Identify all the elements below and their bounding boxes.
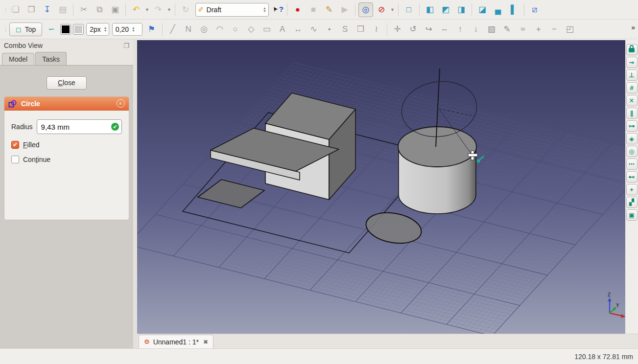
paste-button[interactable]: ▣ xyxy=(108,2,122,17)
continue-checkbox[interactable] xyxy=(11,156,19,163)
cut-button[interactable]: ✂ xyxy=(76,2,91,17)
macro-record-button[interactable]: ● xyxy=(290,2,305,17)
separator xyxy=(472,3,472,16)
draw-style-button[interactable]: ⊘ xyxy=(374,2,389,17)
tab-tasks[interactable]: Tasks xyxy=(35,52,67,65)
close-button[interactable]: Close xyxy=(47,76,87,90)
draft-delpoint-button[interactable]: − xyxy=(547,22,562,37)
workbench-selector[interactable]: ✐Draft▲▼ xyxy=(195,3,269,17)
snap-center-button[interactable]: ◎ xyxy=(626,146,638,157)
face-color-swatch[interactable] xyxy=(73,24,84,35)
draft-polygon-button[interactable]: ◇ xyxy=(244,22,259,37)
combo-view-tabs: Model Tasks xyxy=(0,52,133,65)
draft-line-button[interactable]: ╱ xyxy=(165,22,180,37)
construction-mode-button[interactable]: ∽ xyxy=(44,22,59,37)
document-tab[interactable]: ⚙ Unnamed1 : 1* ✖ xyxy=(139,335,213,348)
undo-dropdown[interactable]: ▼ xyxy=(144,2,150,17)
draft-bspline-button[interactable]: ∿ xyxy=(307,22,321,37)
save-button[interactable]: ↧ xyxy=(40,2,54,17)
print-button[interactable]: ▤ xyxy=(55,2,70,17)
view-bottom-button[interactable]: ▄ xyxy=(491,2,505,17)
snap-extension-button[interactable]: ⊷ xyxy=(626,171,638,182)
macro-edit-button[interactable]: ✎ xyxy=(322,2,336,17)
separator xyxy=(125,3,126,16)
toolbar-draft: ⋮⋮◻Top∽2px▲▼0,20▲▼⚑╱N◎◠○◇▭A↔∿•S❒≀✛↺↪⇔↑↓▧… xyxy=(0,20,638,39)
tab-model[interactable]: Model xyxy=(2,53,34,65)
draft-facebinder-button[interactable]: ❒ xyxy=(354,22,368,37)
draft-text-button[interactable]: A xyxy=(275,22,290,37)
undo-button[interactable]: ↶ xyxy=(129,2,143,17)
refresh-button[interactable]: ↻ xyxy=(178,2,193,17)
apply-style-button[interactable]: ⚑ xyxy=(144,22,159,37)
whats-this-button[interactable]: ➤? xyxy=(271,2,284,17)
draft-rectangle-button[interactable]: ▭ xyxy=(260,22,274,37)
line-color-swatch[interactable] xyxy=(60,24,71,35)
measure-distance-button[interactable]: ⧄ xyxy=(527,2,542,17)
draft-upgrade-button[interactable]: ↑ xyxy=(453,22,468,37)
float-panel-icon[interactable]: ❐ xyxy=(123,42,129,49)
draft-wire-button[interactable]: N xyxy=(181,22,196,37)
snap-near-button[interactable]: ⊶ xyxy=(626,120,638,132)
snap-ortho-button[interactable]: + xyxy=(626,184,638,195)
draft-point-button[interactable]: • xyxy=(322,22,337,37)
tab-close-icon[interactable]: ✖ xyxy=(203,339,208,345)
draft-shapestring-button[interactable]: S xyxy=(338,22,353,37)
draft-bezcurve-button[interactable]: ≀ xyxy=(369,22,384,37)
viewport-3d[interactable]: Z Y X xyxy=(137,40,625,334)
draft-rotate-button[interactable]: ↺ xyxy=(406,22,421,37)
view-left-button[interactable]: ▌ xyxy=(506,2,521,17)
circle-task-box: Circle « Radius ✔ ✔ Filled Continue xyxy=(4,96,129,220)
draft-edit-button[interactable]: ✎ xyxy=(500,22,515,37)
draft-downgrade-button[interactable]: ↓ xyxy=(469,22,483,37)
draft-ellipse-button[interactable]: ○ xyxy=(228,22,243,37)
snap-lock-button[interactable] xyxy=(626,44,638,55)
redo-dropdown[interactable]: ▼ xyxy=(166,2,172,17)
draft-offset-button[interactable]: ↪ xyxy=(422,22,436,37)
separator xyxy=(175,3,175,16)
draft-addpoint-button[interactable]: + xyxy=(531,22,546,37)
draft-wire2bspline-button[interactable]: ≈ xyxy=(516,22,530,37)
snap-grid-button[interactable]: # xyxy=(626,82,638,93)
toolbar-extension-button[interactable]: » xyxy=(631,23,635,31)
snap-intersection-button[interactable]: ✕ xyxy=(626,95,638,106)
draft-arc-button[interactable]: ◠ xyxy=(213,22,227,37)
redo-button[interactable]: ↷ xyxy=(151,2,165,17)
snap-workingplane-button[interactable]: ▞ xyxy=(626,197,638,208)
toolbar-draft-handle: ⋮⋮ xyxy=(3,27,7,32)
draw-style-dropdown[interactable]: ▼ xyxy=(389,2,396,17)
working-plane-button[interactable]: ◻Top xyxy=(9,23,42,36)
line-width-spin[interactable]: 2px▲▼ xyxy=(86,23,109,36)
view-axonometric-button[interactable]: □ xyxy=(402,2,416,17)
draft-dimension-button[interactable]: ↔ xyxy=(291,22,306,37)
valid-value-icon: ✔ xyxy=(111,123,119,131)
view-front-button[interactable]: ◧ xyxy=(423,2,437,17)
radius-input[interactable] xyxy=(37,119,122,134)
filled-checkbox[interactable]: ✔ xyxy=(11,141,19,149)
snap-dimensions-button[interactable]: ⋯ xyxy=(626,159,638,170)
view-top-button[interactable]: ◩ xyxy=(438,2,453,17)
collapse-task-button[interactable]: « xyxy=(117,99,125,108)
fit-all-button[interactable]: ◎ xyxy=(358,2,373,17)
cylinder-solid[interactable] xyxy=(398,127,476,214)
new-file-button[interactable]: ❏ xyxy=(8,2,23,17)
draft-trimex-button[interactable]: ⇔ xyxy=(437,22,452,37)
toggle-grid-button[interactable]: ▣ xyxy=(626,209,638,221)
draft-circle-button[interactable]: ◎ xyxy=(197,22,212,37)
view-right-button[interactable]: ◨ xyxy=(454,2,469,17)
draft-shape2dview-button[interactable]: ◰ xyxy=(563,22,577,37)
draft-move-button[interactable]: ✛ xyxy=(390,22,405,37)
snap-parallel-button[interactable]: ∥ xyxy=(626,108,638,119)
macro-stop-button[interactable]: ■ xyxy=(306,2,321,17)
circle-task-header: Circle « xyxy=(4,97,129,111)
snap-perpendicular-button[interactable]: ⊥ xyxy=(626,69,638,81)
view-rear-button[interactable]: ◪ xyxy=(475,2,490,17)
snap-endpoint-button[interactable]: ⊸ xyxy=(626,57,638,68)
text-size-spin[interactable]: 0,20▲▼ xyxy=(112,23,142,36)
copy-button[interactable]: ⧉ xyxy=(92,2,107,17)
macro-play-button[interactable]: ▶ xyxy=(337,2,352,17)
snap-angle-button[interactable]: ◈ xyxy=(626,133,638,144)
open-file-button[interactable]: ❒ xyxy=(24,2,39,17)
panel-splitter[interactable] xyxy=(133,39,137,348)
draft-scale-button[interactable]: ▧ xyxy=(484,22,499,37)
freecad-window: ⋮⋮❏❒↧▤✂⧉▣↶▼↷▼↻✐Draft▲▼➤?●■✎▶◎⊘▼□◧◩◨◪▄▌⧄ … xyxy=(0,0,638,364)
